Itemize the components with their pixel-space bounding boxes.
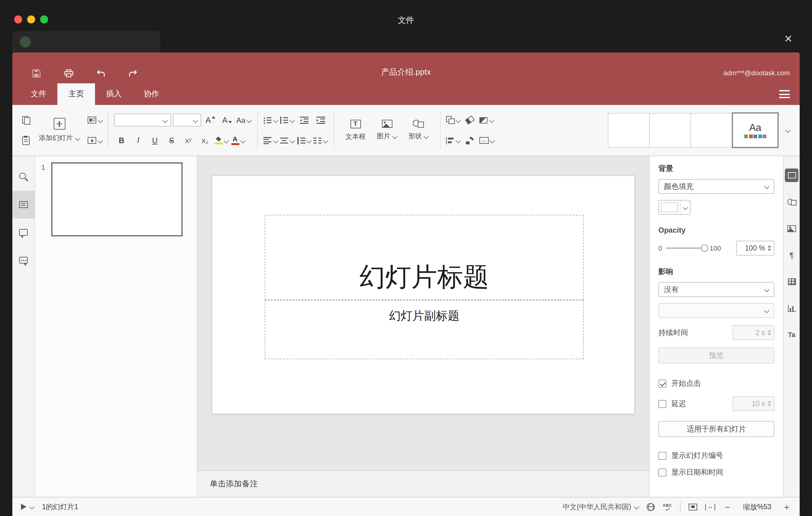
- chevron-down-icon: [273, 118, 278, 122]
- slide-subtitle-placeholder[interactable]: 幻灯片副标题: [265, 300, 584, 359]
- sidebar-search-button[interactable]: [12, 163, 35, 191]
- start-slideshow-button[interactable]: [88, 133, 103, 148]
- slide-canvas[interactable]: 幻灯片标题 幻灯片副标题: [198, 156, 649, 470]
- background-color-picker[interactable]: [658, 200, 691, 215]
- shape-settings-tab[interactable]: [785, 195, 799, 209]
- decrease-font-button[interactable]: A: [220, 113, 234, 127]
- fit-slide-button[interactable]: [689, 503, 697, 510]
- document-language-button[interactable]: [647, 503, 655, 511]
- delay-input[interactable]: 10 s: [732, 396, 774, 411]
- align-shapes-button[interactable]: [446, 133, 461, 148]
- language-selector[interactable]: 中文(中华人民共和国): [563, 502, 639, 511]
- status-bar-divider: [680, 502, 680, 512]
- font-color-button[interactable]: A: [231, 133, 245, 148]
- theme-option[interactable]: [691, 113, 732, 147]
- notes-area[interactable]: 单击添加备注: [198, 470, 649, 497]
- slide-settings-tab[interactable]: [785, 169, 799, 182]
- tab-file[interactable]: 文件: [20, 83, 57, 105]
- subscript-button[interactable]: X₂: [198, 133, 212, 148]
- slide-thumbnail[interactable]: [51, 162, 183, 236]
- opacity-slider-knob[interactable]: [701, 245, 708, 252]
- sidebar-comments-button[interactable]: [12, 219, 35, 246]
- tab-collaborate[interactable]: 协作: [133, 83, 170, 105]
- editing-area: 幻灯片标题 幻灯片副标题 单击添加备注: [198, 156, 649, 497]
- textart-settings-tab[interactable]: Ta: [785, 328, 799, 341]
- insert-image-button[interactable]: 图片: [371, 108, 403, 152]
- start-on-click-checkbox[interactable]: [658, 380, 666, 388]
- effect-type-select[interactable]: [658, 303, 774, 318]
- vertical-align-button[interactable]: [280, 133, 295, 148]
- close-overlay-icon[interactable]: ×: [784, 31, 792, 47]
- bold-button[interactable]: B: [114, 133, 129, 148]
- theme-option[interactable]: [608, 113, 650, 147]
- zoom-out-button[interactable]: −: [723, 502, 732, 511]
- underline-button[interactable]: U: [147, 133, 162, 148]
- spinner-arrows[interactable]: [767, 329, 771, 336]
- effect-select[interactable]: 没有: [658, 282, 774, 297]
- insert-shape-button[interactable]: 形状: [403, 108, 434, 152]
- delay-checkbox[interactable]: [658, 400, 666, 408]
- chart-settings-tab[interactable]: [785, 301, 799, 315]
- columns-button[interactable]: [313, 133, 328, 148]
- sidebar-chat-button[interactable]: [12, 246, 35, 274]
- italic-button[interactable]: I: [131, 133, 146, 148]
- background-fill-value: 颜色填充: [664, 181, 694, 192]
- add-slide-button[interactable]: 添加幻灯片: [33, 108, 85, 152]
- image-settings-tab[interactable]: [785, 222, 799, 235]
- tab-home[interactable]: 主页: [57, 83, 95, 105]
- slide-layout-button[interactable]: [88, 113, 103, 127]
- theme-gallery-expand-button[interactable]: [781, 112, 793, 148]
- strikethrough-button[interactable]: S: [164, 133, 179, 148]
- superscript-button[interactable]: X²: [181, 133, 196, 148]
- toolbar-divider: [440, 111, 440, 149]
- hamburger-menu-icon[interactable]: [779, 90, 790, 98]
- clear-style-button[interactable]: [462, 113, 477, 127]
- show-slide-number-checkbox[interactable]: [658, 452, 666, 460]
- horizontal-align-button[interactable]: [263, 133, 278, 148]
- font-name-combobox[interactable]: [114, 114, 171, 126]
- chevron-down-icon: [764, 287, 769, 292]
- duration-input[interactable]: 2 s: [732, 325, 774, 340]
- opacity-slider[interactable]: [666, 244, 705, 253]
- show-date-time-checkbox[interactable]: [658, 468, 666, 477]
- sidebar-slides-button[interactable]: [12, 191, 35, 219]
- paragraph-settings-tab[interactable]: ¶: [785, 248, 799, 262]
- bullets-button[interactable]: [263, 113, 278, 127]
- increase-indent-button[interactable]: [313, 113, 328, 127]
- show-slide-number-row: 显示幻灯片编号: [658, 451, 774, 461]
- window-title: 文件: [0, 15, 812, 26]
- slide-size-button[interactable]: ↔: [479, 133, 495, 148]
- tab-insert[interactable]: 插入: [95, 83, 133, 105]
- play-icon: [21, 504, 27, 510]
- zoom-in-button[interactable]: +: [782, 502, 791, 511]
- line-spacing-button[interactable]: [296, 133, 311, 148]
- chevron-down-icon: [306, 138, 311, 143]
- arrange-shapes-button[interactable]: [446, 113, 461, 127]
- copy-button[interactable]: [19, 113, 33, 127]
- copy-style-button[interactable]: [462, 133, 477, 148]
- slide[interactable]: 幻灯片标题 幻灯片副标题: [212, 175, 635, 414]
- decrease-indent-button[interactable]: [296, 113, 311, 127]
- font-size-combobox[interactable]: [173, 114, 201, 126]
- highlight-color-button[interactable]: [214, 133, 229, 148]
- start-slideshow-statusbar-button[interactable]: [21, 504, 34, 510]
- preview-button[interactable]: 预览: [658, 347, 774, 364]
- paste-button[interactable]: [19, 133, 33, 148]
- spellcheck-button[interactable]: ABC: [663, 504, 672, 510]
- slide-title-placeholder[interactable]: 幻灯片标题: [265, 215, 584, 300]
- theme-option-selected[interactable]: Aa: [732, 112, 779, 148]
- increase-font-button[interactable]: A: [203, 113, 218, 127]
- background-fill-select[interactable]: 颜色填充: [658, 179, 774, 194]
- numbering-button[interactable]: [280, 113, 295, 127]
- apply-to-all-button[interactable]: 适用于所有幻灯片: [658, 421, 774, 437]
- change-case-icon: Aa: [236, 116, 245, 124]
- insert-textbox-button[interactable]: T 文本框: [340, 108, 371, 152]
- opacity-input[interactable]: 100 %: [736, 241, 774, 256]
- color-scheme-button[interactable]: [479, 113, 494, 127]
- theme-option[interactable]: [649, 113, 691, 147]
- spinner-arrows[interactable]: [767, 245, 771, 252]
- spinner-arrows[interactable]: [767, 401, 771, 407]
- table-settings-tab[interactable]: [785, 275, 799, 288]
- change-case-button[interactable]: Aa: [236, 113, 252, 127]
- fit-width-button[interactable]: ↔: [705, 503, 715, 510]
